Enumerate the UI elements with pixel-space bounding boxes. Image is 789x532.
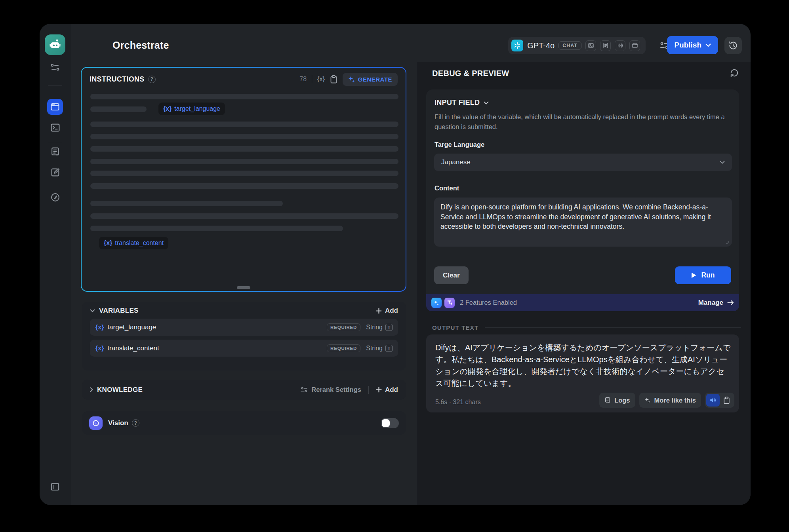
audio-copy-group xyxy=(705,393,734,408)
target-language-select[interactable]: Japanese xyxy=(434,154,732,171)
output-stats: 5.6s · 321 chars xyxy=(435,399,481,406)
document-list-icon xyxy=(50,147,60,157)
chevron-down-icon xyxy=(720,161,725,164)
chevron-right-icon[interactable] xyxy=(90,387,93,392)
help-icon[interactable]: ? xyxy=(132,419,139,427)
variable-row[interactable]: {x} target_language REQUIRED String T xyxy=(90,319,398,336)
instructions-title: INSTRUCTIONS xyxy=(90,75,145,84)
collapse-panel-button[interactable] xyxy=(47,479,63,495)
more-like-this-button[interactable]: More like this xyxy=(639,393,701,408)
logs-button[interactable]: Logs xyxy=(599,393,635,408)
screenshot-stage: Orchestrate GPT-4o CHAT xyxy=(0,0,789,532)
variable-token: {x} xyxy=(95,324,104,331)
content-textarea[interactable]: Dify is an open-source platform for buil… xyxy=(434,198,732,247)
toggle-knob xyxy=(382,419,390,427)
vision-toggle[interactable] xyxy=(381,418,399,428)
copy-output-button[interactable] xyxy=(720,394,733,407)
vision-capability-icon xyxy=(585,40,596,51)
refresh-icon xyxy=(729,68,739,78)
arrow-right-icon xyxy=(727,300,734,305)
collapse-sidebar-icon xyxy=(50,482,60,492)
logs-label: Logs xyxy=(614,397,630,404)
vision-section: Vision ? xyxy=(82,411,406,435)
play-audio-button[interactable] xyxy=(706,394,720,407)
rail-divider xyxy=(48,85,62,86)
debug-preview-panel: DEBUG & PREVIEW INPUT FIELD Fill in the … xyxy=(417,62,751,505)
knowledge-title: KNOWLEDGE xyxy=(97,386,143,394)
instructions-header: INSTRUCTIONS ? 78 {x} xyxy=(82,68,406,91)
add-label: Add xyxy=(385,386,398,394)
output-text-header: OUTPUT TEXT xyxy=(432,324,741,331)
run-button[interactable]: Run xyxy=(675,266,731,284)
input-field-label: INPUT FIELD xyxy=(435,99,480,107)
variable-row[interactable]: {x} translate_content REQUIRED String T xyxy=(90,340,398,357)
resize-grip-icon[interactable] xyxy=(724,239,729,244)
restart-debug-button[interactable] xyxy=(729,68,739,78)
output-text-label: OUTPUT TEXT xyxy=(432,324,478,331)
rerank-label: Rerank Settings xyxy=(311,386,361,393)
text-to-speech-feature-icon xyxy=(444,298,455,308)
robot-icon xyxy=(49,38,61,51)
input-field-title[interactable]: INPUT FIELD xyxy=(435,99,489,107)
knowledge-section: KNOWLEDGE Rerank Settings Add xyxy=(82,380,406,400)
play-icon xyxy=(691,272,696,278)
sidebar-item-terminal[interactable] xyxy=(47,120,63,135)
video-capability-icon xyxy=(629,40,640,51)
sidebar-item-orchestrate[interactable] xyxy=(47,59,63,75)
variables-section: VARIABLES Add {x} target_language REQUIR… xyxy=(82,302,406,370)
insert-variable-button[interactable]: {x} xyxy=(317,76,325,83)
sliders-icon xyxy=(300,386,308,393)
required-badge: REQUIRED xyxy=(327,323,360,331)
sidebar-item-annotation[interactable] xyxy=(47,164,63,180)
sidebar-item-prompt-editor[interactable] xyxy=(47,99,63,115)
features-count-text: 2 Features Enabled xyxy=(460,299,517,306)
divider xyxy=(368,386,369,394)
char-count: 78 xyxy=(299,76,307,83)
variable-token: {x} xyxy=(104,239,112,247)
chevron-down-icon[interactable] xyxy=(90,309,95,312)
publish-button[interactable]: Publish xyxy=(667,36,718,54)
app-window: Orchestrate GPT-4o CHAT xyxy=(40,24,751,505)
prompt-variable-chip[interactable]: {x} translate_content xyxy=(99,237,168,249)
rail-divider xyxy=(48,142,62,142)
model-selector[interactable]: GPT-4o CHAT xyxy=(508,37,646,54)
publish-label: Publish xyxy=(674,41,701,49)
clear-button[interactable]: Clear xyxy=(434,266,469,284)
string-type-icon[interactable]: T xyxy=(385,324,393,331)
variable-name: translate_content xyxy=(115,239,164,247)
add-variable-button[interactable]: Add xyxy=(376,307,398,315)
history-button[interactable] xyxy=(724,37,742,54)
page-title: Orchestrate xyxy=(112,40,169,51)
audio-capability-icon xyxy=(615,40,625,51)
generate-button[interactable]: GENERATE xyxy=(343,73,398,86)
selected-language: Japanese xyxy=(441,158,471,166)
app-robot-icon[interactable] xyxy=(45,34,65,55)
variable-name: target_language xyxy=(174,105,220,112)
document-capability-icon xyxy=(600,40,611,51)
generation-feature-icon xyxy=(431,298,442,308)
prompt-variable-chip[interactable]: {x} target_language xyxy=(158,103,225,115)
rerank-settings-button[interactable]: Rerank Settings xyxy=(300,386,361,393)
help-icon[interactable]: ? xyxy=(148,76,156,83)
sidebar-item-monitoring[interactable] xyxy=(47,189,63,205)
instructions-panel[interactable]: INSTRUCTIONS ? 78 {x} xyxy=(81,67,406,292)
variables-title: VARIABLES xyxy=(99,307,139,315)
clipboard-icon xyxy=(723,397,730,404)
logs-icon xyxy=(604,397,611,404)
variable-name: target_language xyxy=(107,323,156,331)
run-label: Run xyxy=(701,271,715,279)
required-badge: REQUIRED xyxy=(327,344,360,352)
chat-mode-badge: CHAT xyxy=(558,41,581,50)
manage-features-button[interactable]: Manage xyxy=(698,299,734,307)
input-field-card: INPUT FIELD Fill in the value of the var… xyxy=(426,89,739,294)
features-enabled-bar[interactable]: 2 Features Enabled Manage xyxy=(426,294,739,311)
variable-token: {x} xyxy=(95,345,104,352)
gauge-compass-icon xyxy=(50,192,60,202)
copy-prompt-button[interactable] xyxy=(330,75,337,84)
output-card: Difyは、AIアプリケーションを構築するためのオープンソースプラットフォームで… xyxy=(426,334,739,412)
add-knowledge-button[interactable]: Add xyxy=(376,386,398,394)
sidebar-item-logs[interactable] xyxy=(47,144,63,160)
clipboard-icon xyxy=(330,75,337,84)
resize-drag-handle[interactable] xyxy=(237,286,250,289)
string-type-icon[interactable]: T xyxy=(385,345,393,352)
